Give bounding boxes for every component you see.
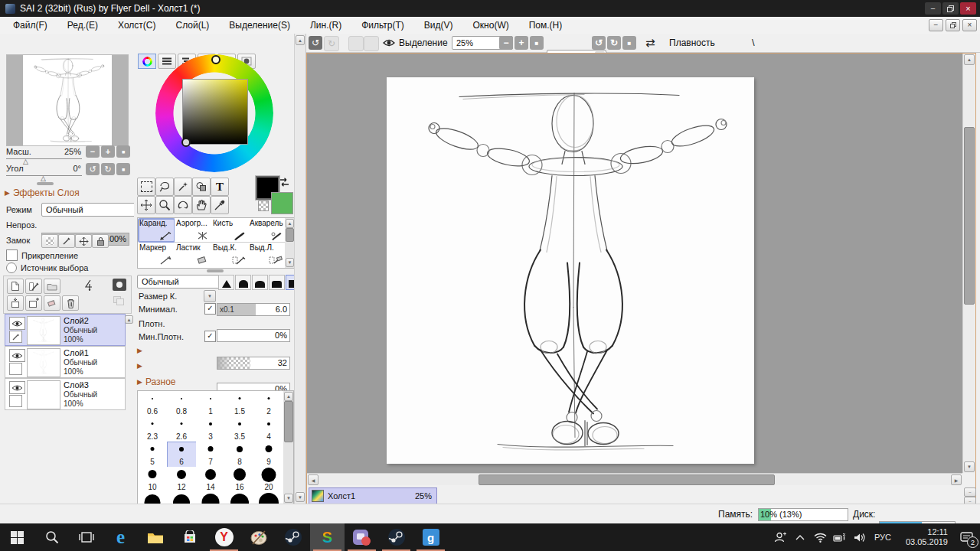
tray-expand-chevron-icon[interactable] (790, 523, 810, 551)
nav-zoom-in-button[interactable]: + (101, 145, 115, 158)
scroll-left-arrow[interactable]: ◀ (308, 474, 318, 485)
size-option[interactable]: 0.8 (167, 391, 197, 417)
minimize-button[interactable]: − (925, 2, 941, 15)
selection-visibility-icon[interactable] (383, 38, 395, 47)
hue-marker[interactable] (211, 55, 220, 64)
deselect-button[interactable] (348, 36, 364, 51)
close-button[interactable]: × (960, 2, 976, 15)
menu-layer[interactable]: Слой(L) (165, 17, 219, 34)
canvas[interactable] (387, 77, 754, 464)
menu-canvas[interactable]: Холст(C) (108, 17, 165, 34)
document-tab[interactable]: Холст1 25% (309, 487, 437, 504)
brush-brush[interactable]: Кисть (211, 218, 249, 243)
clear-layer-button[interactable] (44, 295, 60, 311)
lock-position-button[interactable] (75, 234, 92, 248)
nav-rotate-reset-button[interactable]: ■ (116, 163, 130, 175)
nav-scale-slider-marker[interactable]: △ (23, 158, 28, 165)
size-option[interactable]: 12 (167, 467, 197, 493)
size-option[interactable] (196, 492, 226, 504)
redo-button[interactable]: ↻ (324, 36, 339, 51)
nav-rotate-ccw-button[interactable]: ↺ (86, 163, 100, 175)
scroll-thumb[interactable] (964, 127, 975, 305)
edge-shape-dome[interactable] (252, 275, 268, 290)
transparent-color-swatch[interactable] (258, 201, 269, 211)
brush-airbrush[interactable]: Аэрогр... (175, 218, 212, 243)
menu-selection[interactable]: Выделение(S) (219, 17, 300, 34)
size-option-selected[interactable]: 6 (167, 442, 197, 468)
rotate-cw-button[interactable]: ↻ (607, 36, 621, 50)
size-option[interactable]: 3 (196, 416, 226, 442)
panel-scroll-strip[interactable]: ▲ ▼ (294, 34, 306, 504)
clock[interactable]: 12:11 03.05.2019 (900, 527, 948, 547)
ruler-tool-icon[interactable] (80, 278, 96, 293)
panel-splitter-handle[interactable] (207, 269, 224, 272)
menu-filter[interactable]: Фильтр(T) (351, 17, 414, 34)
menu-view[interactable]: Вид(V) (414, 17, 463, 34)
size-option[interactable]: 7 (196, 442, 226, 468)
volume-icon[interactable] (850, 523, 870, 551)
min-size-checkbox[interactable]: ✓ (204, 303, 216, 315)
menu-window[interactable]: Окно(W) (463, 17, 519, 34)
flip-horizontal-icon[interactable]: ⇄ (645, 36, 655, 50)
nav-rotate-cw-button[interactable]: ↻ (101, 163, 115, 175)
panel-collapse-handle[interactable] (37, 182, 54, 185)
layer-item-1[interactable]: Слой1 Обычный 100% (5, 346, 126, 378)
language-indicator[interactable]: РУС (870, 523, 896, 551)
nav-zoom-out-button[interactable]: − (86, 145, 100, 158)
brush-edge-select[interactable]: Обычный ▼ (137, 275, 231, 289)
brush-pencil[interactable]: Каранд. (138, 218, 175, 243)
scroll-down-arrow[interactable]: ▼ (964, 461, 975, 472)
visibility-eye-icon[interactable] (9, 381, 25, 394)
brush-size-slider[interactable]: x0.1 6.0 (217, 303, 290, 316)
steam-icon[interactable] (276, 523, 310, 551)
visibility-eye-icon[interactable] (9, 349, 25, 362)
size-option[interactable]: 1 (196, 391, 226, 417)
lock-transparency-button[interactable] (41, 234, 58, 248)
brush-watercolor[interactable]: Акварель (248, 218, 285, 243)
restore-button[interactable] (942, 2, 959, 15)
visibility-eye-icon[interactable] (9, 317, 25, 330)
horizontal-scrollbar[interactable]: ◀ ▶ (307, 473, 962, 485)
g-app-icon[interactable]: g (413, 523, 448, 551)
yandex-browser-icon[interactable]: Y (207, 523, 241, 551)
scroll-thumb[interactable] (286, 228, 294, 242)
edge-shape-softsquare[interactable] (269, 275, 285, 290)
scroll-up-arrow[interactable]: ▲ (286, 219, 294, 228)
paint-target-pen-icon[interactable] (9, 331, 22, 343)
action-center-icon[interactable]: 2 (952, 523, 980, 551)
file-explorer-icon[interactable] (138, 523, 172, 551)
zoom-tool[interactable] (155, 196, 174, 214)
eyedropper-tool[interactable] (211, 196, 229, 214)
store-icon[interactable] (172, 523, 207, 551)
wifi-icon[interactable] (810, 523, 830, 551)
scroll-up-arrow[interactable]: ▲ (964, 54, 975, 65)
size-option[interactable]: 8 (225, 442, 255, 468)
brush-marker[interactable]: Маркер (138, 243, 175, 266)
size-option[interactable]: 10 (138, 467, 168, 493)
paint-target-checkbox[interactable] (9, 363, 22, 375)
lasso-tool[interactable] (155, 178, 174, 196)
battery-icon[interactable] (830, 523, 850, 551)
min-size-slider[interactable]: 0% (217, 329, 290, 342)
menu-line[interactable]: Лин.(R) (300, 17, 351, 34)
child-minimize-button[interactable]: − (929, 19, 943, 31)
color-wheel-tab[interactable] (138, 54, 156, 69)
scroll-thumb[interactable] (479, 474, 775, 485)
size-option[interactable]: 16 (225, 467, 255, 493)
rotate-reset-button[interactable]: ■ (622, 36, 636, 50)
misc-header[interactable]: ▶ Разное (137, 377, 176, 387)
expand-arrow-icon[interactable]: ▶ (137, 362, 142, 370)
size-option[interactable]: 2.6 (167, 416, 197, 442)
rotate-view-tool[interactable] (174, 196, 192, 214)
scroll-down-arrow[interactable]: ▼ (296, 492, 305, 502)
start-button[interactable] (0, 523, 34, 551)
navigator-preview[interactable] (6, 54, 129, 146)
transfer-down-button[interactable] (7, 295, 24, 311)
layer-item-2[interactable]: Слой2 Обычный 100% (5, 314, 126, 346)
size-unit-dropdown[interactable]: ▼ (204, 290, 216, 302)
expand-arrow-icon[interactable]: ▶ (137, 347, 142, 354)
size-option[interactable]: 14 (196, 467, 226, 493)
edge-browser-icon[interactable]: e (103, 523, 138, 551)
people-icon[interactable] (770, 523, 790, 551)
rotate-ccw-button[interactable]: ↺ (592, 36, 606, 50)
